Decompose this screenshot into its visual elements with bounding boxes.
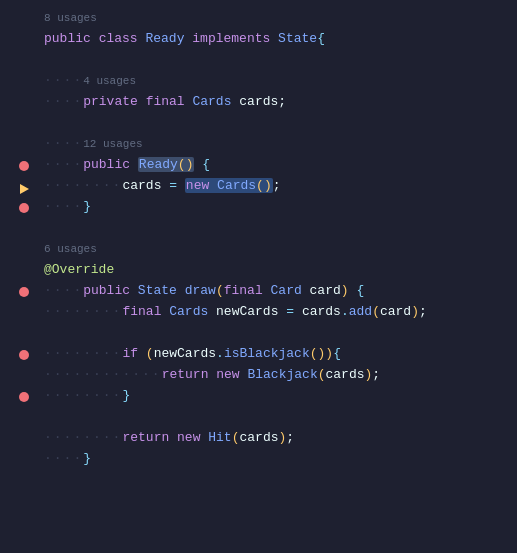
- usages-line-3: ····12 usages: [36, 134, 517, 155]
- code-text-if: ········if (newCards.isBlackjack()){: [44, 344, 341, 365]
- code-text-constructor: ····public Ready() {: [44, 155, 210, 176]
- empty-line-2: [36, 113, 517, 134]
- code-line-close-constructor: ····}: [36, 197, 517, 218]
- breakpoint-arrow-icon: [16, 181, 32, 197]
- code-line-private: ····private final Cards cards;: [36, 92, 517, 113]
- breakpoint-icon-1: [16, 158, 32, 174]
- code-line-class: public class Ready implements State{: [36, 29, 517, 50]
- empty-line-5: [36, 407, 517, 428]
- usages-line-4: 6 usages: [36, 239, 517, 260]
- code-text-cards-assign: ········cards = new Cards();: [44, 176, 281, 197]
- empty-line-4: [36, 323, 517, 344]
- code-line-if: ········if (newCards.isBlackjack()){: [36, 344, 517, 365]
- code-line-close-draw: ····}: [36, 449, 517, 470]
- breakpoint-icon-5: [16, 389, 32, 405]
- code-line-draw: ····public State draw(final Card card) {: [36, 281, 517, 302]
- breakpoint-icon-3: [16, 284, 32, 300]
- code-text-return-blackjack: ············return new Blackjack(cards);: [44, 365, 380, 386]
- code-line-override: @Override: [36, 260, 517, 281]
- code-line-constructor: ····public Ready() {: [36, 155, 517, 176]
- empty-line-1: [36, 50, 517, 71]
- empty-line-3: [36, 218, 517, 239]
- code-editor: 8 usages public class Ready implements S…: [0, 0, 517, 478]
- code-text-newcards: ········final Cards newCards = cards.add…: [44, 302, 427, 323]
- code-text-close-constructor: ····}: [44, 197, 91, 218]
- breakpoint-icon-4: [16, 347, 32, 363]
- code-text-return-hit: ········return new Hit(cards);: [44, 428, 294, 449]
- code-text-override: @Override: [44, 260, 114, 281]
- usages-line-2: ····4 usages: [36, 71, 517, 92]
- code-text-draw: ····public State draw(final Card card) {: [44, 281, 364, 302]
- code-text-private: ····private final Cards cards;: [44, 92, 286, 113]
- code-text-class: public class Ready implements State{: [44, 29, 325, 50]
- code-text-close-draw: ····}: [44, 449, 91, 470]
- code-text-close-if: ········}: [44, 386, 130, 407]
- usages-line-1: 8 usages: [36, 8, 517, 29]
- code-line-newcards: ········final Cards newCards = cards.add…: [36, 302, 517, 323]
- code-line-return-hit: ········return new Hit(cards);: [36, 428, 517, 449]
- code-line-return-blackjack: ············return new Blackjack(cards);: [36, 365, 517, 386]
- code-line-close-if: ········}: [36, 386, 517, 407]
- usages-text-1: 8 usages: [44, 10, 97, 28]
- code-line-cards-assign: ········cards = new Cards();: [36, 176, 517, 197]
- breakpoint-icon-2: [16, 200, 32, 216]
